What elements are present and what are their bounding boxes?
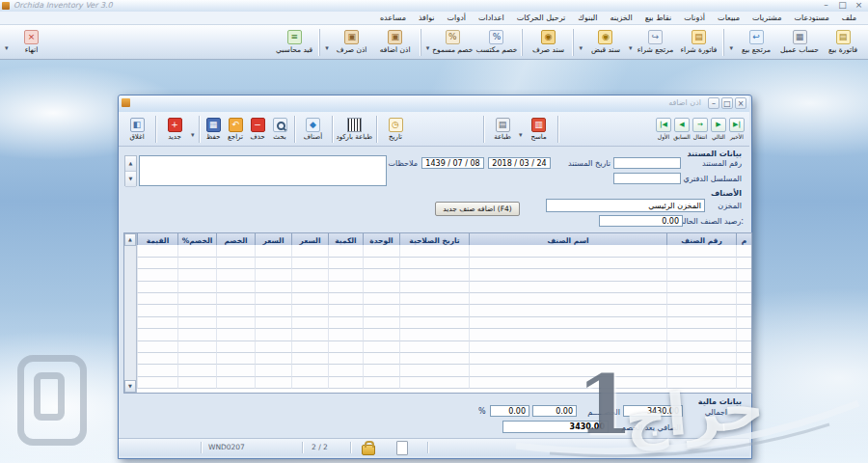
grid-cell[interactable] (216, 258, 255, 269)
dialog-minimize-icon[interactable]: – (708, 97, 719, 109)
grid-cell[interactable] (255, 305, 291, 316)
grid-cell[interactable] (666, 353, 736, 365)
toolbar-button-sale-invoice[interactable]: ▤فاتورة بيع (823, 27, 863, 58)
grid-cell[interactable] (399, 341, 469, 353)
grid-cell[interactable] (666, 269, 736, 281)
nav-prev-button[interactable]: ◀السابق (673, 118, 691, 140)
dropdown-caret-icon[interactable]: ▾ (426, 44, 430, 52)
grid-cell[interactable] (177, 365, 216, 376)
grid-cell[interactable] (736, 269, 751, 281)
grid-cell[interactable] (666, 365, 736, 376)
dialog-button-scanner[interactable]: ▥ماسح (525, 114, 554, 145)
grid-cell[interactable] (736, 341, 751, 353)
dialog-close-icon[interactable]: × (735, 97, 746, 109)
grid-cell[interactable] (177, 282, 216, 293)
menu-item[interactable]: أدوات (448, 14, 466, 22)
grid-cell[interactable] (328, 245, 363, 257)
grid-cell[interactable] (291, 293, 328, 305)
grid-cell[interactable] (137, 282, 177, 293)
grid-cell[interactable] (137, 317, 177, 329)
grid-cell[interactable] (255, 353, 291, 365)
add-item-button[interactable]: اضافه صنف جديد (F4) (435, 202, 520, 216)
grid-cell[interactable] (137, 269, 177, 281)
close-icon[interactable]: × (853, 0, 865, 11)
grid-cell[interactable] (255, 329, 291, 340)
grid-cell[interactable] (399, 329, 469, 340)
scrollbar-down-icon[interactable]: ▼ (124, 380, 136, 393)
grid-cell[interactable] (255, 245, 291, 257)
grid-cell[interactable] (363, 353, 399, 365)
grid-cell[interactable] (363, 245, 399, 257)
grid-cell[interactable] (291, 269, 328, 281)
doc-date-gregorian-field[interactable]: 2018 / 03 / 24 (488, 157, 551, 169)
grid-cell[interactable] (469, 365, 666, 376)
grid-cell[interactable] (666, 377, 736, 389)
notes-input[interactable] (139, 155, 387, 186)
dialog-button-items[interactable]: ◆أصناف (299, 114, 328, 145)
grid-cell[interactable] (469, 258, 666, 269)
grid-cell[interactable] (177, 317, 216, 329)
grid-cell[interactable] (399, 269, 469, 281)
grid-cell[interactable] (291, 365, 328, 376)
doc-date-hijri-field[interactable]: 1439 / 07 / 08 (421, 157, 484, 169)
dialog-button-search[interactable]: بحث (270, 114, 290, 145)
grid-cell[interactable] (666, 317, 736, 329)
dialog-button-new[interactable]: +جديد (160, 114, 189, 145)
dropdown-caret-icon[interactable]: ▾ (729, 44, 733, 52)
nav-first-button[interactable]: |◀الأول (655, 118, 672, 140)
grid-cell[interactable] (736, 258, 751, 269)
menu-item[interactable]: اعدادات (478, 14, 504, 22)
grid-cell[interactable] (177, 377, 216, 389)
grid-cell[interactable] (216, 365, 255, 376)
grid-cell[interactable] (291, 317, 328, 329)
grid-cell[interactable] (399, 258, 469, 269)
grid-cell[interactable] (216, 293, 255, 305)
grid-cell[interactable] (328, 377, 363, 389)
grid-cell[interactable] (363, 341, 399, 353)
grid-cell[interactable] (469, 269, 666, 281)
nav-next-button[interactable]: ▶التالي (710, 118, 727, 140)
grid-cell[interactable] (291, 377, 328, 389)
grid-cell[interactable] (399, 317, 469, 329)
grid-cell[interactable] (666, 293, 736, 305)
grid-cell[interactable] (736, 305, 751, 316)
toolbar-button-earned-discount[interactable]: %خصم مكتسب (475, 27, 517, 58)
grid-cell[interactable] (137, 305, 177, 316)
grid-cell[interactable] (666, 341, 736, 353)
toolbar-button-purchase-invoice[interactable]: ▤فاتورة شراء (678, 27, 719, 58)
grid-cell[interactable] (666, 282, 736, 293)
grid-cell[interactable] (363, 377, 399, 389)
notes-scrollbar[interactable]: ▲ ▼ (124, 155, 137, 186)
menu-item[interactable]: مشتريات (752, 14, 781, 22)
grid-cell[interactable] (291, 245, 328, 257)
grid-cell[interactable] (328, 353, 363, 365)
grid-cell[interactable] (363, 317, 399, 329)
dropdown-caret-icon[interactable]: ▾ (191, 131, 195, 139)
dropdown-caret-icon[interactable]: ▾ (629, 44, 633, 52)
grid-cell[interactable] (363, 305, 399, 316)
grid-cell[interactable] (255, 365, 291, 376)
grid-cell[interactable] (363, 293, 399, 305)
grid-cell[interactable] (137, 329, 177, 340)
grid-cell[interactable] (469, 353, 666, 365)
grid-cell[interactable] (736, 365, 751, 376)
grid-cell[interactable] (736, 245, 751, 257)
grid-cell[interactable] (469, 282, 666, 293)
grid-cell[interactable] (666, 305, 736, 316)
doc-number-field[interactable] (613, 157, 681, 169)
grid-cell[interactable] (399, 365, 469, 376)
grid-cell[interactable] (255, 377, 291, 389)
discount-value-field[interactable]: 0.00 (532, 405, 577, 417)
maximize-icon[interactable]: □ (836, 0, 849, 11)
toolbar-button-journal-entry[interactable]: ≡قيد محاسبي (274, 27, 314, 58)
dialog-button-close[interactable]: ◧اغلاق (122, 114, 151, 145)
grid-cell[interactable] (399, 353, 469, 365)
grid-cell[interactable] (736, 353, 751, 365)
grid-cell[interactable] (177, 305, 216, 316)
dropdown-caret-icon[interactable]: ▾ (325, 44, 329, 52)
grid-cell[interactable] (469, 305, 666, 316)
grid-cell[interactable] (137, 258, 177, 269)
grid-cell[interactable] (363, 282, 399, 293)
toolbar-button-receipt-voucher[interactable]: ◉سند قبض (585, 27, 626, 58)
grid-cell[interactable] (255, 282, 291, 293)
